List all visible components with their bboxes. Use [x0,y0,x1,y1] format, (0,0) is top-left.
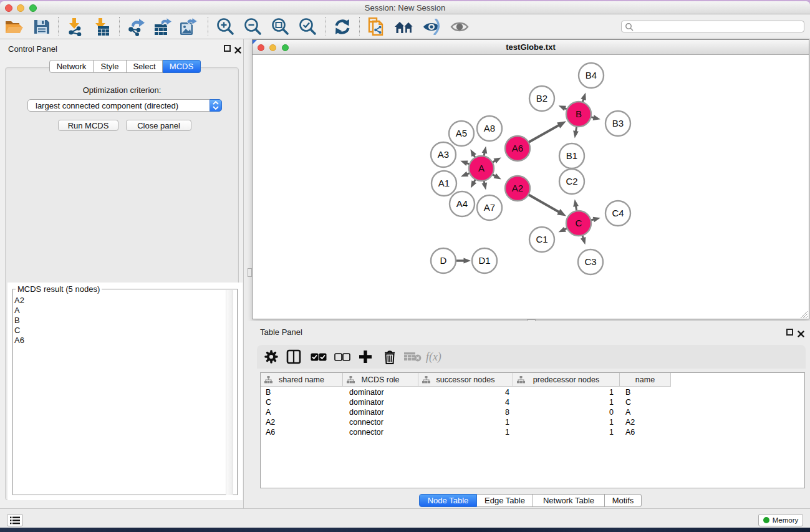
search-input[interactable] [634,22,804,31]
tab-mcds[interactable]: MCDS [163,60,201,73]
export-image-button[interactable] [177,16,200,37]
select-all-columns-button[interactable] [308,346,329,367]
graph-node-A2[interactable]: A2 [505,176,530,201]
table-panel-close-button[interactable] [798,329,804,336]
graph-node-B3[interactable]: B3 [605,111,630,136]
tab-edge-table[interactable]: Edge Table [477,494,533,507]
plus-icon [359,350,372,364]
delete-table-button[interactable] [402,346,423,367]
graph-node-C1[interactable]: C1 [529,227,554,252]
tab-style[interactable]: Style [94,60,127,73]
tab-network[interactable]: Network [49,60,94,73]
hide-graphics-details-button[interactable] [421,16,443,37]
memory-label: Memory [773,516,799,524]
edge-arrowhead [470,149,476,157]
run-mcds-button[interactable]: Run MCDS [58,120,118,131]
column-header-predecessor-nodes[interactable]: predecessor nodes [513,373,620,386]
result-item[interactable]: B [13,316,225,326]
graph-node-C[interactable]: C [566,211,591,236]
graph-node-A4[interactable]: A4 [450,191,475,216]
table-row[interactable]: Cdominator41C [261,397,804,407]
result-item[interactable]: A [13,306,225,316]
home-view-button[interactable] [393,16,415,37]
open-session-button[interactable] [2,16,25,37]
unselect-all-columns-button[interactable] [332,346,353,367]
table-options-button[interactable] [261,346,282,367]
graph-node-C3[interactable]: C3 [578,249,603,274]
import-network-button[interactable] [64,16,86,37]
table-toolbar: f(x) [257,345,806,369]
graph-node-A1[interactable]: A1 [432,171,456,196]
graph-node-A8[interactable]: A8 [477,116,502,141]
create-column-button[interactable] [355,346,376,367]
control-panel-close-button[interactable] [234,45,241,52]
tab-node-table[interactable]: Node Table [419,494,477,507]
import-table-button[interactable] [90,16,112,37]
graph-node-A5[interactable]: A5 [449,121,474,146]
table-row[interactable]: A2connector11A2 [261,417,804,427]
table-cell: dominator [343,407,418,417]
zoom-selected-button[interactable] [296,16,319,37]
graph-node-B4[interactable]: B4 [579,63,604,88]
table-row[interactable]: Adominator80A [261,407,804,417]
search-icon [625,22,634,31]
table-panel-float-button[interactable] [786,329,793,336]
svg-text:A3: A3 [438,149,449,160]
criterion-dropdown[interactable]: largest connected component (directed) [27,99,222,112]
close-panel-button[interactable]: Close panel [126,120,191,131]
graph-edge-A2-C[interactable] [528,194,559,212]
zoom-in-button[interactable] [214,16,236,37]
control-panel-float-button[interactable] [224,45,231,52]
graph-node-D1[interactable]: D1 [472,248,497,273]
graph-node-C2[interactable]: C2 [559,169,584,194]
tab-network-table[interactable]: Network Table [533,494,605,507]
result-scrollbar[interactable] [226,290,233,495]
apply-layout-button[interactable] [331,16,354,37]
window-edge-grip[interactable] [248,268,252,277]
search-field[interactable] [621,21,804,32]
table-row[interactable]: A6connector11A6 [261,427,804,437]
export-network-button[interactable] [125,16,147,37]
column-header-MCDS-role[interactable]: MCDS role [343,373,418,386]
import-table-icon [92,17,110,36]
svg-text:C2: C2 [566,176,577,186]
column-header-shared-name[interactable]: shared name [261,373,343,386]
delete-columns-button[interactable] [379,346,400,367]
export-table-button[interactable] [152,16,174,37]
memory-button[interactable]: Memory [758,514,803,526]
graph-node-C4[interactable]: C4 [605,201,630,226]
table-cell: 8 [418,407,513,417]
graph-node-A7[interactable]: A7 [477,195,502,220]
graph-edge-A6-B[interactable] [528,125,560,143]
result-item[interactable]: A6 [13,336,225,346]
graph-node-A6[interactable]: A6 [505,136,530,161]
network-window-titlebar[interactable]: testGlobe.txt [253,40,809,55]
resize-grip-icon[interactable] [800,310,808,318]
zoom-out-button[interactable] [241,16,264,37]
tab-select[interactable]: Select [127,60,163,73]
show-column-button[interactable] [283,346,304,367]
mcds-result-list[interactable]: A2ABCA6 [13,296,225,346]
result-item[interactable]: C [13,326,225,336]
table-row[interactable]: Bdominator41B [261,387,804,397]
tab-motifs[interactable]: Motifs [605,494,642,507]
show-graphics-details-button[interactable] [448,16,471,37]
svg-text:A8: A8 [484,123,495,133]
control-panel: Control Panel Optimization criterion: la… [0,39,244,508]
graph-node-B1[interactable]: B1 [559,143,584,168]
columns-icon [286,349,301,364]
graph-node-A[interactable]: A [469,156,494,181]
network-snapshot-button[interactable] [365,16,388,37]
graph-node-B[interactable]: B [566,102,591,127]
save-session-button[interactable] [31,16,53,37]
task-history-button[interactable] [7,514,23,526]
graph-node-B2[interactable]: B2 [529,86,554,111]
column-header-name[interactable]: name [620,373,671,386]
graph-node-D[interactable]: D [431,248,456,273]
network-canvas[interactable]: B4B2BB3A8A5A6A3B1AC2A1A2A4A7C4CC1C3DD1 [253,56,809,319]
function-builder-button[interactable]: f(x) [425,346,446,367]
graph-node-A3[interactable]: A3 [431,142,456,167]
result-item[interactable]: A2 [13,296,225,306]
column-header-successor-nodes[interactable]: successor nodes [418,373,513,386]
zoom-fit-button[interactable] [269,16,291,37]
